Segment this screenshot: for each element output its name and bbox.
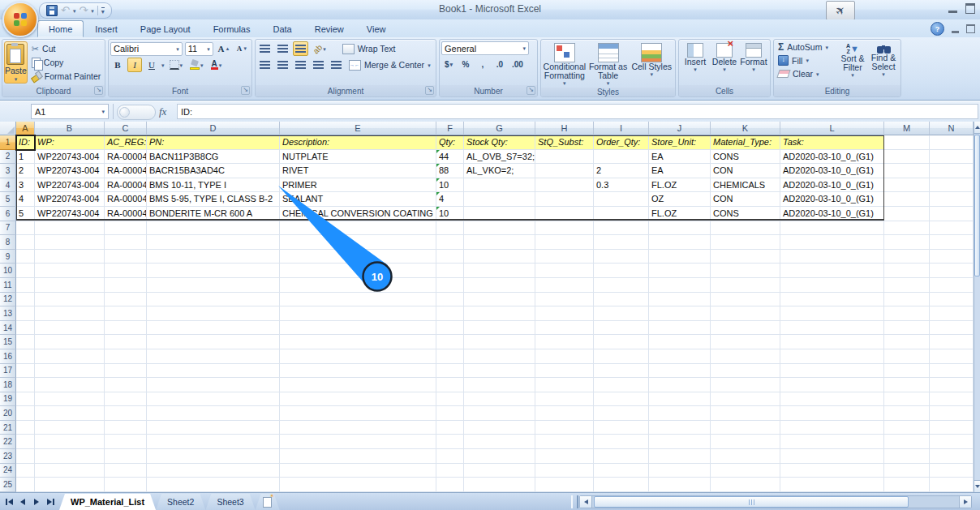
cell-C11[interactable]	[105, 278, 147, 293]
cell-C7[interactable]	[105, 221, 147, 236]
cell-I7[interactable]	[594, 221, 649, 236]
cell-K6[interactable]: CONS	[711, 207, 780, 221]
cell-M9[interactable]	[884, 250, 930, 264]
cell-A8[interactable]	[16, 235, 35, 250]
cell-E4[interactable]: PRIMER	[280, 178, 436, 193]
cell-M20[interactable]	[884, 406, 930, 421]
row-header-7[interactable]: 7	[0, 221, 16, 236]
underline-button[interactable]: U	[144, 58, 159, 72]
cell-G24[interactable]	[464, 464, 535, 478]
cell-E3[interactable]: RIVET	[280, 164, 436, 178]
cell-K5[interactable]: CON	[711, 192, 780, 207]
cell-F9[interactable]	[436, 250, 464, 264]
italic-button[interactable]: I	[127, 58, 142, 72]
cell-C6[interactable]: RA-00004	[105, 207, 147, 221]
scroll-down-icon[interactable]	[974, 480, 980, 492]
cell-N13[interactable]	[930, 306, 974, 321]
cell-H15[interactable]	[535, 335, 594, 349]
cell-M10[interactable]	[884, 264, 930, 278]
cell-D5[interactable]: BMS 5-95, TYPE I, CLASS B-2	[147, 192, 280, 207]
cell-I23[interactable]	[594, 449, 649, 464]
row-header-1[interactable]: 1	[0, 135, 16, 150]
tab-view[interactable]: View	[355, 20, 398, 37]
cell-N7[interactable]	[930, 221, 974, 236]
cell-N18[interactable]	[930, 378, 974, 392]
cell-M17[interactable]	[884, 364, 930, 379]
cell-I24[interactable]	[594, 464, 649, 478]
cell-D16[interactable]	[147, 349, 280, 364]
cell-D15[interactable]	[147, 335, 280, 349]
cell-D2[interactable]: BACN11P3B8CG	[147, 150, 280, 165]
cell-B17[interactable]	[35, 364, 105, 379]
cell-G7[interactable]	[464, 221, 535, 236]
cell-L12[interactable]	[780, 293, 884, 307]
cell-J12[interactable]	[649, 293, 711, 307]
cell-D21[interactable]	[147, 421, 280, 435]
tab-data[interactable]: Data	[261, 20, 303, 37]
cell-G4[interactable]	[464, 178, 535, 193]
decrease-decimal-button[interactable]: .00	[509, 57, 526, 71]
cell-F7[interactable]	[436, 221, 464, 236]
cell-H1[interactable]: StQ_Subst:	[535, 135, 594, 150]
cell-C17[interactable]	[105, 364, 147, 379]
format-painter-button[interactable]: Format Painter	[29, 71, 103, 82]
cell-styles-button[interactable]: Cell Styles▾	[630, 41, 673, 86]
cell-H2[interactable]	[535, 150, 594, 165]
cell-G13[interactable]	[464, 306, 535, 321]
cell-B8[interactable]	[35, 235, 105, 250]
increase-indent-button[interactable]	[329, 58, 344, 72]
restore-icon[interactable]	[965, 3, 975, 14]
cell-A20[interactable]	[16, 406, 35, 421]
undo-icon[interactable]: ↶	[61, 6, 70, 15]
paste-button[interactable]: Paste ▾	[4, 41, 28, 84]
cell-J15[interactable]	[649, 335, 711, 349]
cell-L1[interactable]: Task:	[780, 135, 884, 150]
cell-D24[interactable]	[147, 464, 280, 478]
cell-N16[interactable]	[930, 349, 974, 364]
cell-C21[interactable]	[105, 421, 147, 435]
horizontal-scroll-thumb[interactable]	[594, 496, 909, 508]
cell-F10[interactable]	[436, 264, 464, 278]
cell-I6[interactable]	[594, 207, 649, 221]
cell-G6[interactable]	[464, 207, 535, 221]
cell-G15[interactable]	[464, 335, 535, 349]
cell-L5[interactable]: AD2020-03-10_0_(G1)	[780, 192, 884, 207]
row-header-21[interactable]: 21	[0, 421, 16, 435]
tab-review[interactable]: Review	[303, 20, 355, 37]
cell-E5[interactable]: SEALANT	[280, 192, 436, 207]
cell-I9[interactable]	[594, 250, 649, 264]
row-header-13[interactable]: 13	[0, 306, 16, 321]
accounting-format-button[interactable]: $▾	[441, 57, 456, 71]
borders-button[interactable]: ▾	[167, 58, 186, 72]
cell-N8[interactable]	[930, 235, 974, 250]
tab-formulas[interactable]: Formulas	[202, 20, 262, 37]
cell-H13[interactable]	[535, 306, 594, 321]
wrap-text-button[interactable]: Wrap Text	[340, 43, 398, 55]
row-header-14[interactable]: 14	[0, 321, 16, 336]
cell-D8[interactable]	[147, 235, 280, 250]
cell-L4[interactable]: AD2020-03-10_0_(G1)	[780, 178, 884, 193]
cell-D14[interactable]	[147, 321, 280, 336]
cell-G25[interactable]	[464, 478, 535, 492]
row-header-11[interactable]: 11	[0, 278, 16, 293]
cell-E17[interactable]	[280, 364, 436, 379]
column-header-D[interactable]: D	[147, 122, 280, 135]
cell-C13[interactable]	[105, 306, 147, 321]
cell-K17[interactable]	[711, 364, 780, 379]
cell-I3[interactable]: 2	[594, 164, 649, 178]
cell-F25[interactable]	[436, 478, 464, 492]
horizontal-scrollbar[interactable]	[579, 495, 972, 508]
fill-button[interactable]: ↓Fill▾	[776, 54, 837, 66]
cell-F23[interactable]	[436, 449, 464, 464]
cell-G1[interactable]: Stock Qty:	[464, 135, 535, 150]
cell-C16[interactable]	[105, 349, 147, 364]
cell-L23[interactable]	[780, 449, 884, 464]
cell-G20[interactable]	[464, 406, 535, 421]
cell-G18[interactable]	[464, 378, 535, 392]
cell-A14[interactable]	[16, 321, 35, 336]
redo-icon[interactable]: ↷	[79, 6, 88, 15]
cell-I2[interactable]	[594, 150, 649, 165]
cell-I22[interactable]	[594, 435, 649, 449]
cell-F17[interactable]	[436, 364, 464, 379]
cell-J21[interactable]	[649, 421, 711, 435]
